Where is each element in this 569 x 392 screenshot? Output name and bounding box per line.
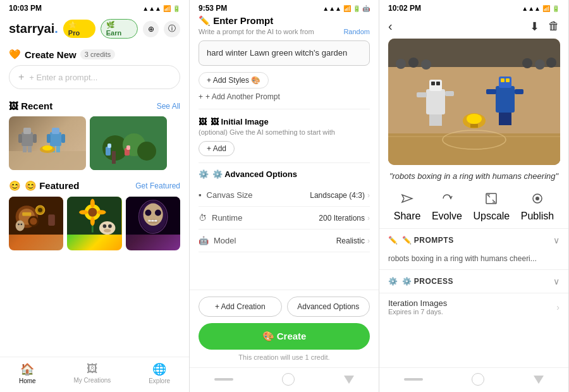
process-collapse-icon: ∨ [553,276,560,286]
initial-image-label: 🖼 Initial Image [211,117,269,126]
nav-explore[interactable]: 🌐 Explore [149,362,170,384]
add-styles-btn[interactable]: + Add Styles 🎨 [199,72,269,89]
add-initial-image-btn[interactable]: + Add [199,141,235,156]
runtime-row[interactable]: ⏱ Runtime 200 Iterations › [199,207,370,230]
prompt-preview: robots boxing in a ring with humans chee… [388,254,537,263]
advanced-options-header: ⚙️ ⚙️ Advanced Options [199,162,370,184]
svg-point-86 [535,59,545,70]
time-home: 10:03 PM [9,4,42,13]
download-icon[interactable]: ⬇ [530,20,539,34]
svg-point-35 [20,223,22,225]
prompts-header[interactable]: ✏️ ✏️ PROMPTS ∨ [379,229,568,252]
svg-rect-1 [21,132,33,146]
svg-rect-73 [506,78,510,82]
iteration-sub: Expires in 7 days. [388,308,447,315]
evolve-label: Evolve [432,211,462,222]
recent-thumb-1[interactable] [9,116,86,170]
share-label: Share [394,211,421,222]
featured-header: 😊 😊 Featured Get Featured [9,180,180,192]
process-header[interactable]: ⚙️ ⚙️ PROCESS ∨ [379,270,568,293]
prompts-content: robots boxing in a ring with humans chee… [379,252,568,269]
svg-point-90 [535,197,539,200]
earn-badge[interactable]: 🌿 Earn [101,19,138,39]
svg-rect-32 [48,214,55,226]
svg-rect-54 [148,220,150,222]
svg-rect-62 [426,89,445,114]
prompts-collapse-icon: ∨ [553,235,560,245]
svg-point-45 [103,224,107,228]
svg-point-40 [90,199,95,208]
svg-point-46 [108,224,112,228]
svg-rect-7 [50,132,61,146]
prompts-title: ✏️ ✏️ PROMPTS [388,236,454,245]
svg-rect-68 [429,114,436,126]
evolve-action[interactable]: Evolve [432,192,462,222]
nav-home[interactable]: 🏠 Home [19,362,36,384]
share-action[interactable]: Share [394,192,421,222]
evolve-icon [441,192,453,208]
status-bar-create: 9:53 PM ▲▲▲ 📶 🔋 🤖 [190,0,379,15]
bottom-home-btn[interactable] [282,373,295,386]
add-creation-btn[interactable]: + Add Creation [199,297,282,317]
svg-point-18 [137,142,156,161]
svg-rect-71 [499,77,511,88]
prompt-text-value[interactable]: hard winter Lawn green witch's garden [199,40,370,66]
share-icon [401,192,413,208]
svg-point-41 [90,217,95,226]
prompt-input-bar[interactable]: + + Enter a prompt... [9,65,180,89]
back-button[interactable]: ‹ [388,19,393,34]
svg-rect-74 [486,89,496,94]
model-row[interactable]: 🤖 Model Realistic › [199,230,370,252]
create-button[interactable]: 🎨 Create [199,323,370,350]
info-icon-btn[interactable]: ⓘ [164,21,180,37]
header-actions: ⬇ 🗑 [530,20,560,34]
detail-header: ‹ ⬇ 🗑 [379,15,568,39]
share-icon-btn[interactable]: ⊕ [143,21,159,37]
create-title: 🧡 Create New 3 credits [9,49,180,60]
bottom-back-btn[interactable] [214,378,233,381]
status-icons-home: ▲▲▲ 📶 🔋 [142,5,180,12]
featured-thumb-1[interactable] [9,197,63,250]
upscale-icon [485,192,498,208]
bottom-home-btn-3[interactable] [472,373,484,386]
delete-icon[interactable]: 🗑 [548,20,560,34]
upscale-action[interactable]: Upscale [473,192,510,222]
svg-point-33 [16,220,25,231]
bottom-back-btn-3[interactable] [404,378,423,381]
canvas-icon: ▪ [199,190,202,200]
bottom-recent-btn[interactable] [344,376,354,384]
home-icon: 🏠 [20,362,34,376]
get-featured-btn[interactable]: Get Featured [135,181,180,190]
svg-point-79 [467,114,482,124]
process-icon: ⚙️ [388,277,398,286]
svg-rect-63 [429,80,442,91]
publish-action[interactable]: Publish [521,192,554,222]
action-row: + Add Creation Advanced Options [199,297,370,317]
panel-create: 9:53 PM ▲▲▲ 📶 🔋 🤖 ✏️ Enter Prompt Write … [190,0,379,392]
recent-thumb-2[interactable] [90,116,167,170]
svg-rect-21 [107,144,111,148]
svg-rect-6 [28,146,32,152]
pro-badge[interactable]: ⭐ Pro [63,20,95,38]
detail-image [388,39,560,165]
random-link[interactable]: Random [343,28,370,35]
bottom-actions: + Add Creation Advanced Options 🎨 Create… [190,290,379,367]
bottom-recent-btn-3[interactable] [534,376,544,384]
add-another-prompt-btn[interactable]: + + Add Another Prompt [199,92,370,109]
featured-thumb-3[interactable] [126,197,180,250]
svg-point-52 [155,210,161,216]
nav-my-creations[interactable]: 🖼 My Creations [73,362,111,384]
iteration-images-row[interactable]: Iteration Images Expires in 7 days. › [379,293,568,321]
advanced-options-btn[interactable]: Advanced Options [287,297,370,317]
signal-icon-3: ▲▲▲ [522,5,541,12]
signal-icon: ▲▲▲ [142,5,161,12]
featured-thumb-2[interactable] [67,197,121,250]
signal-icon-2: ▲▲▲ [322,5,341,12]
nav-creations-label: My Creations [73,377,111,384]
canvas-size-row[interactable]: ▪ Canvas Size Landscape (4:3) › [199,184,370,207]
detail-image-svg [388,39,560,165]
recent-img-svg-1 [9,116,86,170]
battery-icon-3: 🔋 [552,5,560,12]
see-all-recent[interactable]: See All [157,102,180,111]
svg-point-85 [522,58,532,68]
